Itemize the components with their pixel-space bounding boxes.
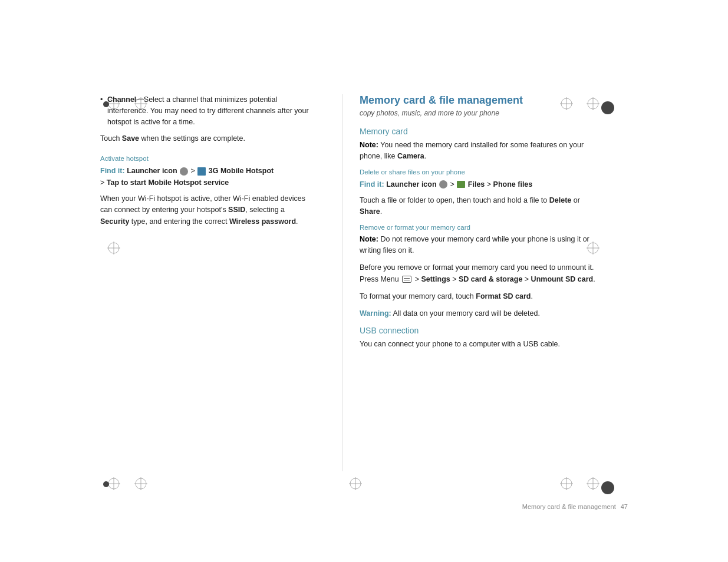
bullet-channel: Channel—Select a channel that minimizes …: [100, 94, 312, 127]
usb-text: You can connect your phone to a computer…: [360, 339, 595, 350]
find-it-label-2: Find it:: [360, 180, 384, 189]
wifi-password: Wireless password: [229, 217, 296, 226]
camera-after: .: [424, 152, 426, 160]
find-it2-files: Files: [468, 180, 485, 189]
wifi-text4: .: [296, 217, 298, 226]
sub-tagline: copy photos, music, and more to your pho…: [360, 109, 595, 117]
note-label-1: Note:: [360, 141, 378, 149]
find-it-arrow1: >: [191, 167, 197, 175]
main-heading: Memory card & file management: [360, 94, 595, 107]
wifi-description: When your Wi-Fi hotspot is active, other…: [100, 193, 312, 227]
warning-text-content: All data on your memory card will be del…: [391, 309, 540, 318]
deco-circle-br: [601, 481, 614, 494]
unmount-text: Before you remove or format your memory …: [360, 262, 595, 285]
delete-share-text: Touch a file or folder to open, then tou…: [360, 195, 595, 218]
find-it2-arrow1: >: [450, 180, 457, 189]
find-it-tap: Tap to start Mobile Hotspot service: [107, 178, 229, 187]
format-text1: To format your memory card, touch: [360, 292, 476, 300]
memory-card-heading: Memory card: [360, 127, 595, 136]
delete-share-label: Delete or share files on your phone: [360, 168, 595, 176]
center-divider: [342, 94, 342, 471]
launcher-icon: [180, 167, 188, 176]
delete-bold: Delete: [549, 196, 572, 204]
bullet-channel-dash: —: [136, 95, 144, 104]
warning-text: Warning: All data on your memory card wi…: [360, 308, 595, 319]
remove-format-note: Note: Do not remove your memory card whi…: [360, 234, 595, 257]
touch-save-line: Touch Save when the settings are complet…: [100, 133, 312, 144]
section3-after: .: [593, 275, 595, 283]
deco-circle-tr: [601, 101, 614, 114]
format-text: To format your memory card, touch Format…: [360, 291, 595, 302]
note-text-2: Do not remove your memory card while you…: [360, 235, 589, 254]
delete-text: Touch a file or folder to open, then tou…: [360, 196, 549, 204]
usb-connection-heading: USB connection: [360, 326, 595, 335]
wifi-text3: type, and entering the correct: [129, 217, 229, 226]
reg-mark-bc: [349, 477, 362, 492]
sd-card-bold: SD card & storage: [459, 275, 522, 283]
delete-or: or: [571, 196, 580, 204]
wifi-security: Security: [100, 217, 129, 226]
sd-arrow: >: [450, 275, 459, 283]
find-it2-phone-files: Phone files: [493, 180, 533, 189]
footer-text: Memory card & file management: [522, 503, 616, 510]
find-it-hotspot: 3G Mobile Hotspot: [209, 167, 274, 175]
reg-mark-br2: [587, 477, 599, 492]
memory-card-note: Note: You need the memory card installed…: [360, 140, 595, 163]
remove-format-label: Remove or format your memory card: [360, 224, 595, 231]
share-bold: Share: [360, 207, 380, 216]
sd-arrow2: >: [522, 275, 531, 283]
camera-bold: Camera: [397, 152, 424, 160]
page: Channel—Select a channel that minimizes …: [0, 0, 728, 562]
wifi-text2: , selecting a: [245, 206, 285, 214]
settings-bold: Settings: [421, 275, 450, 283]
touch-save-bold: Save: [122, 134, 139, 143]
activate-hotspot-section: Activate hotspot Find it: Launcher icon …: [100, 155, 312, 227]
reg-mark-br1: [560, 477, 573, 492]
note-text-1: You need the memory card installed for s…: [360, 141, 584, 160]
find-it2-arrow2: >: [487, 180, 493, 189]
reg-mark-bl1: [107, 477, 120, 492]
footer: Memory card & file management 47: [522, 503, 628, 510]
activate-hotspot-label: Activate hotspot: [100, 155, 312, 162]
find-it-hotspot-line: Find it: Launcher icon > 3G Mobile Hotsp…: [100, 165, 312, 189]
launcher-icon-2: [439, 180, 447, 189]
unmount-bold: Unmount SD card: [531, 275, 594, 283]
settings-arrow: >: [413, 275, 421, 283]
format-bold: Format SD card: [476, 292, 531, 300]
warning-label: Warning:: [360, 309, 391, 318]
find-it-label: Find it:: [100, 167, 125, 175]
find-it-launcher-text: Launcher icon: [127, 167, 177, 175]
touch-save-text: Touch: [100, 134, 122, 143]
note-label-2: Note:: [360, 235, 378, 243]
wifi-ssid: SSID: [228, 206, 245, 214]
format-after: .: [531, 292, 532, 300]
share-after: .: [380, 207, 382, 216]
menu-icon: [402, 276, 411, 283]
reg-mark-bl2: [134, 477, 147, 492]
left-column: Channel—Select a channel that minimizes …: [100, 94, 312, 236]
files-icon: [457, 181, 465, 188]
hotspot-icon: [197, 167, 206, 176]
find-it2-launcher-text: Launcher icon: [386, 180, 436, 189]
bullet-channel-label: Channel: [107, 95, 136, 104]
touch-save-after: when the settings are complete.: [139, 134, 245, 143]
right-column: Memory card & file management copy photo…: [360, 94, 595, 356]
reg-mark-ml1: [107, 242, 120, 256]
find-it-files-line: Find it: Launcher icon > Files > Phone f…: [360, 178, 595, 190]
deco-circle-bl: [103, 481, 109, 487]
find-it-arrow2: >: [100, 178, 107, 187]
footer-page: 47: [621, 503, 628, 510]
